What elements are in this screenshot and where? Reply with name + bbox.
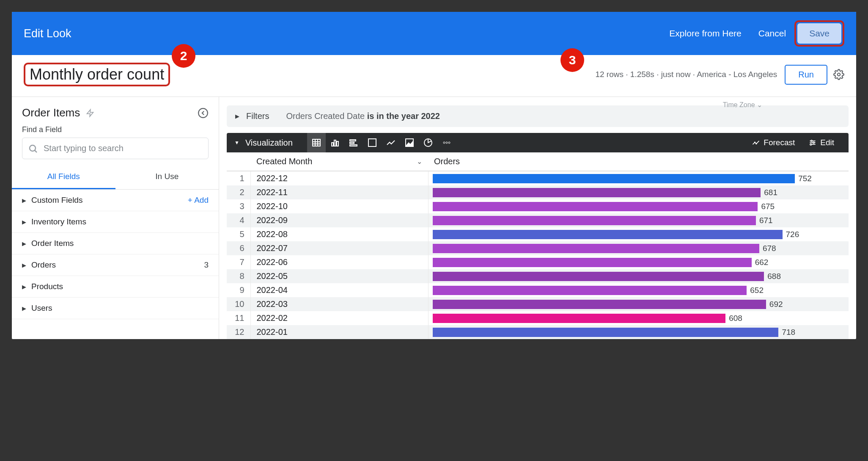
- explore-name: Order Items: [22, 106, 80, 119]
- svg-point-26: [756, 144, 757, 144]
- cell-orders[interactable]: 608: [428, 311, 849, 325]
- viz-edit-label: Edit: [820, 138, 834, 147]
- orders-value: 608: [729, 314, 742, 323]
- svg-rect-14: [350, 142, 354, 144]
- viz-type-bar-icon[interactable]: [344, 133, 363, 152]
- cell-created-month[interactable]: 2022-01: [250, 325, 428, 339]
- row-index: 10: [227, 297, 250, 311]
- run-button[interactable]: Run: [785, 65, 827, 85]
- viz-type-scatter-icon[interactable]: [363, 133, 382, 152]
- viz-type-area-icon[interactable]: [400, 133, 419, 152]
- tab-in-use[interactable]: In Use: [115, 165, 219, 189]
- table-row: 122022-01718: [227, 325, 849, 339]
- cell-created-month[interactable]: 2022-02: [250, 311, 428, 325]
- orders-value: 726: [786, 230, 799, 239]
- viz-more-icon[interactable]: [437, 133, 456, 152]
- field-group-row[interactable]: ▶Users: [12, 298, 219, 319]
- orders-bar: [433, 272, 764, 281]
- header-bar: Edit Look Explore from Here Cancel Save: [12, 12, 856, 55]
- collapse-sidebar-icon[interactable]: [198, 108, 209, 119]
- orders-bar: [433, 286, 747, 295]
- orders-value: 718: [782, 328, 795, 337]
- caret-right-icon: ▶: [22, 284, 31, 290]
- custom-fields-row[interactable]: ▶ Custom Fields + Add: [12, 190, 219, 211]
- cell-orders[interactable]: 726: [428, 227, 849, 241]
- field-group-row[interactable]: ▶Inventory Items: [12, 211, 219, 233]
- viz-type-pie-icon[interactable]: [419, 133, 437, 152]
- gear-icon[interactable]: [833, 69, 844, 80]
- cell-created-month[interactable]: 2022-11: [250, 185, 428, 199]
- page-title: Edit Look: [24, 27, 71, 40]
- viz-type-table-icon[interactable]: [307, 133, 326, 152]
- look-title-highlight: Monthly order count: [24, 63, 170, 86]
- forecast-button[interactable]: Forecast: [745, 138, 802, 147]
- field-search-input[interactable]: [22, 138, 209, 159]
- cell-orders[interactable]: 678: [428, 241, 849, 255]
- field-group-count: 3: [204, 260, 209, 270]
- cell-orders[interactable]: 681: [428, 185, 849, 199]
- viz-edit-button[interactable]: Edit: [802, 138, 841, 147]
- field-group-label: Orders: [31, 260, 204, 270]
- cell-created-month[interactable]: 2022-12: [250, 171, 428, 185]
- table-row: 42022-09671: [227, 213, 849, 227]
- column-header-created-month[interactable]: Created Month ⌄: [250, 152, 428, 171]
- find-field-label: Find a Field: [12, 125, 219, 138]
- svg-point-22: [443, 142, 445, 144]
- explore-from-here-link[interactable]: Explore from Here: [661, 24, 750, 43]
- caret-right-icon: ▶: [22, 305, 31, 312]
- row-index: 9: [227, 283, 250, 297]
- cell-created-month[interactable]: 2022-05: [250, 269, 428, 283]
- orders-bar: [433, 300, 766, 309]
- filters-label: Filters: [246, 111, 269, 121]
- cell-orders[interactable]: 752: [428, 171, 849, 185]
- add-custom-field-button[interactable]: + Add: [188, 196, 209, 205]
- field-group-row[interactable]: ▶Order Items: [12, 233, 219, 254]
- query-status: 12 rows · 1.258s · just now · America - …: [595, 70, 777, 79]
- svg-point-23: [446, 142, 448, 144]
- chevron-down-icon[interactable]: ⌄: [417, 157, 422, 166]
- cell-created-month[interactable]: 2022-06: [250, 255, 428, 269]
- filter-description-prefix: Orders Created Date: [286, 111, 367, 121]
- column-header-orders[interactable]: Orders: [428, 152, 849, 171]
- field-group-row[interactable]: ▶Products: [12, 276, 219, 298]
- cancel-link[interactable]: Cancel: [750, 24, 794, 43]
- caret-down-icon[interactable]: ▼: [234, 140, 239, 146]
- cell-created-month[interactable]: 2022-09: [250, 213, 428, 227]
- cell-orders[interactable]: 692: [428, 297, 849, 311]
- visualization-label: Visualization: [245, 138, 293, 148]
- caret-right-icon: ▶: [22, 262, 31, 268]
- bolt-icon[interactable]: [86, 108, 94, 118]
- table-row: 32022-10675: [227, 199, 849, 213]
- svg-point-25: [755, 142, 755, 143]
- orders-bar: [433, 216, 756, 225]
- svg-point-17: [370, 144, 371, 145]
- svg-marker-1: [87, 109, 93, 116]
- cell-created-month[interactable]: 2022-10: [250, 199, 428, 213]
- row-index: 2: [227, 185, 250, 199]
- table-row: 82022-05688: [227, 269, 849, 283]
- viz-type-line-icon[interactable]: [382, 133, 400, 152]
- cell-orders[interactable]: 688: [428, 269, 849, 283]
- table-row: 112022-02608: [227, 311, 849, 325]
- svg-point-30: [811, 140, 812, 141]
- cell-created-month[interactable]: 2022-07: [250, 241, 428, 255]
- svg-rect-11: [334, 140, 336, 146]
- cell-created-month[interactable]: 2022-04: [250, 283, 428, 297]
- look-title[interactable]: Monthly order count: [30, 66, 164, 83]
- cell-orders[interactable]: 718: [428, 325, 849, 339]
- cell-created-month[interactable]: 2022-03: [250, 297, 428, 311]
- tab-all-fields[interactable]: All Fields: [12, 165, 115, 189]
- cell-orders[interactable]: 675: [428, 199, 849, 213]
- field-group-row[interactable]: ▶Orders3: [12, 254, 219, 276]
- cell-created-month[interactable]: 2022-08: [250, 227, 428, 241]
- viz-type-column-icon[interactable]: [326, 133, 344, 152]
- orders-value: 678: [763, 244, 776, 253]
- timezone-label[interactable]: Time Zone ⌄: [723, 101, 762, 109]
- save-button[interactable]: Save: [797, 23, 841, 44]
- svg-point-2: [198, 108, 208, 118]
- cell-orders[interactable]: 671: [428, 213, 849, 227]
- row-index: 11: [227, 311, 250, 325]
- orders-bar: [433, 202, 758, 211]
- cell-orders[interactable]: 652: [428, 283, 849, 297]
- cell-orders[interactable]: 662: [428, 255, 849, 269]
